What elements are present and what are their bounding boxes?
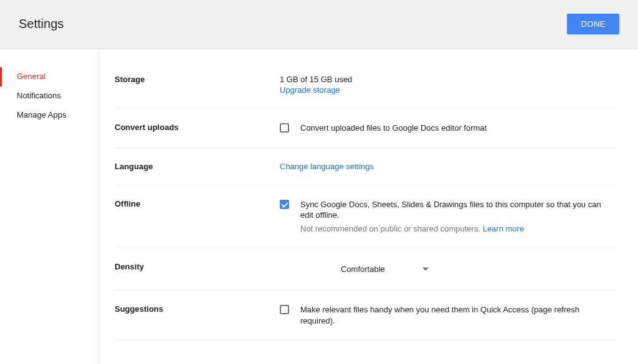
page-title: Settings xyxy=(19,17,64,31)
convert-label: Convert uploads xyxy=(115,123,280,134)
offline-checkbox-label: Sync Google Docs, Sheets, Slides & Drawi… xyxy=(300,199,616,221)
settings-header: Settings DONE xyxy=(0,0,638,49)
section-offline: Offline Sync Google Docs, Sheets, Slides… xyxy=(115,192,616,249)
offline-label: Offline xyxy=(115,199,280,235)
sidebar-item-general[interactable]: General xyxy=(0,67,98,86)
section-convert-uploads: Convert uploads Convert uploaded files t… xyxy=(115,115,616,148)
density-dropdown[interactable]: Comfortable xyxy=(336,262,434,276)
convert-checkbox[interactable] xyxy=(280,123,289,133)
section-language: Language Change language settings xyxy=(115,154,616,185)
change-language-link[interactable]: Change language settings xyxy=(280,162,374,171)
section-density: Density Comfortable xyxy=(115,254,616,291)
offline-hint: Not recommended on public or shared comp… xyxy=(300,223,616,235)
suggestions-checkbox-label: Make relevant files handy when you need … xyxy=(300,304,616,326)
section-suggestions: Suggestions Make relevant files handy wh… xyxy=(115,297,616,340)
density-label: Density xyxy=(115,262,280,276)
section-storage: Storage 1 GB of 15 GB used Upgrade stora… xyxy=(115,67,616,109)
storage-usage: 1 GB of 15 GB used xyxy=(280,75,616,84)
suggestions-label: Suggestions xyxy=(115,304,280,326)
convert-checkbox-label: Convert uploaded files to Google Docs ed… xyxy=(300,123,616,134)
settings-content: Storage 1 GB of 15 GB used Upgrade stora… xyxy=(99,49,638,364)
chevron-down-icon xyxy=(422,268,429,271)
offline-learn-more-link[interactable]: Learn more xyxy=(483,224,524,233)
done-button[interactable]: DONE xyxy=(567,14,619,34)
offline-checkbox[interactable] xyxy=(280,200,289,209)
sidebar-item-notifications[interactable]: Notifications xyxy=(0,86,98,106)
language-label: Language xyxy=(115,162,280,171)
sidebar-item-manage-apps[interactable]: Manage Apps xyxy=(0,106,98,125)
sidebar: General Notifications Manage Apps xyxy=(0,49,99,364)
suggestions-checkbox[interactable] xyxy=(280,305,289,314)
upgrade-storage-link[interactable]: Upgrade storage xyxy=(280,85,340,95)
storage-label: Storage xyxy=(115,75,280,95)
density-selected: Comfortable xyxy=(341,264,385,274)
